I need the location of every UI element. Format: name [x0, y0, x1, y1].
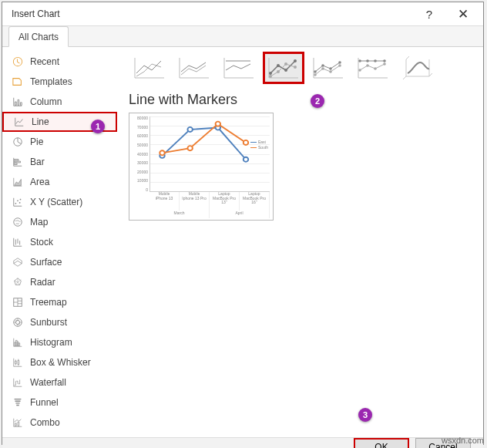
svg-point-31: [374, 67, 377, 70]
line-icon: [13, 116, 25, 128]
svg-point-19: [329, 67, 332, 70]
sidebar-item-boxwhisker[interactable]: Box & Whisker: [2, 352, 117, 372]
svg-point-12: [294, 59, 297, 62]
sidebar-item-label: Area: [30, 177, 49, 187]
svg-point-20: [338, 61, 341, 64]
close-button[interactable]: ✕: [446, 2, 480, 25]
pie-icon: [12, 136, 24, 148]
sidebar-item-label: Recent: [30, 56, 59, 67]
svg-point-24: [338, 64, 341, 67]
stock-icon: [12, 236, 24, 248]
sidebar-item-label: Sunburst: [30, 317, 67, 328]
chart-legend: East South: [250, 140, 268, 150]
svg-point-30: [366, 64, 369, 67]
sidebar-item-bar[interactable]: Bar: [2, 152, 117, 172]
scatter-icon: [12, 196, 24, 208]
svg-point-39: [216, 122, 220, 126]
surface-icon: [12, 256, 24, 268]
svg-point-15: [284, 62, 287, 66]
annotation-badge-2: 2: [311, 94, 324, 108]
sidebar-item-label: Histogram: [30, 337, 72, 348]
titlebar: Insert Chart ? ✕: [2, 2, 483, 26]
sidebar-item-label: Pie: [30, 136, 43, 147]
chart-category-sidebar: Recent Templates Column Line Pie Bar: [2, 47, 118, 437]
svg-point-27: [374, 59, 377, 62]
svg-point-9: [269, 72, 272, 75]
tab-strip: All Charts: [2, 26, 483, 47]
subtype-3d-line[interactable]: [397, 52, 438, 84]
dialog-title: Insert Chart: [12, 8, 412, 19]
svg-point-21: [314, 73, 317, 76]
subtype-100-stacked-line-markers[interactable]: [352, 52, 394, 84]
sidebar-item-sunburst[interactable]: Sunburst: [2, 312, 117, 332]
svg-point-25: [358, 59, 361, 62]
svg-point-26: [366, 59, 369, 62]
close-icon: ✕: [458, 6, 469, 22]
subtype-stacked-line-markers[interactable]: [307, 52, 349, 84]
ok-button[interactable]: OK: [354, 438, 409, 448]
svg-point-17: [314, 70, 317, 73]
svg-point-23: [329, 70, 332, 73]
content-area: Line with Markers 8000070000 6000050000 …: [118, 47, 483, 437]
sidebar-item-combo[interactable]: Combo: [2, 413, 117, 433]
svg-point-18: [321, 64, 324, 67]
sidebar-item-label: Bar: [30, 157, 45, 167]
sidebar-item-radar[interactable]: Radar: [2, 272, 117, 292]
svg-point-28: [383, 59, 386, 62]
sidebar-item-map[interactable]: Map: [2, 212, 117, 232]
chart-subtype-row: [129, 52, 472, 84]
radar-icon: [12, 276, 24, 288]
svg-point-36: [244, 157, 248, 162]
subtype-100-stacked-line[interactable]: [218, 52, 260, 84]
sidebar-item-scatter[interactable]: X Y (Scatter): [2, 192, 117, 212]
subtype-stacked-line[interactable]: [173, 52, 215, 84]
combo-icon: [12, 416, 24, 429]
subtype-line-markers[interactable]: [263, 52, 304, 84]
svg-point-34: [187, 127, 192, 132]
sidebar-item-histogram[interactable]: Histogram: [2, 332, 117, 352]
templates-icon: [12, 76, 24, 88]
column-icon: [12, 96, 24, 108]
sidebar-item-recent[interactable]: Recent: [2, 52, 117, 72]
recent-icon: [12, 56, 24, 68]
svg-point-29: [358, 69, 361, 72]
svg-point-10: [277, 64, 280, 67]
sidebar-item-funnel[interactable]: Funnel: [2, 392, 117, 413]
bar-icon: [12, 156, 24, 168]
svg-point-32: [383, 62, 386, 66]
x-axis: MobileiPhone 13 MobileIphone 13 Pro Lapt…: [133, 192, 270, 211]
sidebar-item-label: Map: [30, 217, 48, 227]
sidebar-item-label: Waterfall: [30, 377, 66, 388]
watermark: wsxdn.com: [442, 436, 484, 445]
sidebar-item-label: Radar: [30, 277, 55, 288]
help-icon: ?: [426, 8, 432, 21]
sidebar-item-pie[interactable]: Pie: [2, 132, 117, 152]
sidebar-item-label: Templates: [30, 76, 72, 87]
sidebar-item-stock[interactable]: Stock: [2, 232, 117, 252]
box-whisker-icon: [12, 356, 24, 369]
sidebar-item-templates[interactable]: Templates: [2, 72, 117, 92]
sidebar-item-waterfall[interactable]: Waterfall: [2, 372, 117, 392]
tab-all-charts[interactable]: All Charts: [8, 26, 69, 47]
sidebar-item-treemap[interactable]: Treemap: [2, 292, 117, 312]
sidebar-item-label: Treemap: [30, 297, 67, 308]
subtype-title: Line with Markers: [129, 92, 472, 108]
map-icon: [12, 216, 24, 228]
svg-point-4: [20, 199, 22, 200]
sidebar-item-area[interactable]: Area: [2, 172, 117, 192]
sidebar-item-column[interactable]: Column: [2, 92, 117, 112]
chart-preview[interactable]: 8000070000 6000050000 4000030000 2000010…: [129, 113, 274, 221]
help-button[interactable]: ?: [412, 2, 446, 25]
sidebar-item-surface[interactable]: Surface: [2, 252, 117, 272]
waterfall-icon: [12, 376, 24, 389]
svg-point-40: [244, 140, 248, 145]
subtype-line[interactable]: [129, 52, 170, 84]
sidebar-item-label: X Y (Scatter): [30, 197, 82, 207]
sidebar-item-label: Stock: [30, 237, 53, 248]
area-icon: [12, 176, 24, 188]
sidebar-item-label: Line: [32, 116, 49, 127]
svg-point-5: [14, 218, 22, 227]
dialog-body: Recent Templates Column Line Pie Bar: [2, 47, 483, 437]
sidebar-item-label: Box & Whisker: [30, 357, 91, 368]
plot-grid: East South: [149, 116, 270, 192]
